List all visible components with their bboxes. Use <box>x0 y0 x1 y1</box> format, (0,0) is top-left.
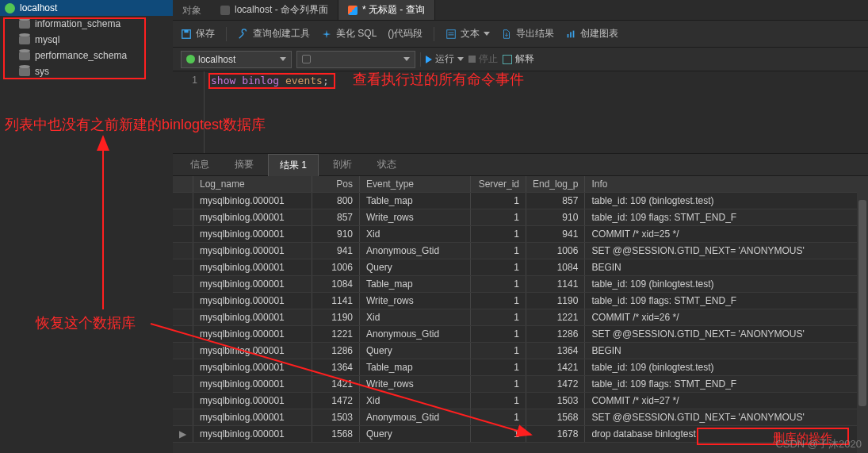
table-row[interactable]: mysqlbinlog.000001857Write_rows1910table… <box>173 209 868 226</box>
cell-pos: 1190 <box>312 309 360 326</box>
cell-info: SET @@SESSION.GTID_NEXT= 'ANONYMOUS' <box>585 243 868 259</box>
save-button[interactable]: 保存 <box>181 27 215 40</box>
cell-logname: mysqlbinlog.000001 <box>193 243 312 259</box>
cell-eventtype: Xid <box>360 226 471 243</box>
chart-label: 创建图表 <box>580 27 618 40</box>
col-endlogpos[interactable]: End_log_p <box>526 176 585 193</box>
cell-info: COMMIT /* xid=27 */ <box>585 393 868 409</box>
row-marker <box>173 243 193 259</box>
cell-serverid: 1 <box>471 293 526 309</box>
row-marker <box>173 226 193 243</box>
cell-pos: 1568 <box>312 426 360 443</box>
table-row[interactable]: mysqlbinlog.0000011472Xid11503COMMIT /* … <box>173 393 868 409</box>
col-logname[interactable]: Log_name <box>193 176 312 193</box>
row-marker <box>173 359 193 376</box>
rtab-info[interactable]: 信息 <box>179 154 220 175</box>
text-icon <box>445 29 457 40</box>
cell-endlogpos: 1568 <box>526 409 585 426</box>
tab-query[interactable]: * 无标题 - 查询 <box>338 0 435 20</box>
chart-button[interactable]: 创建图表 <box>565 27 618 40</box>
snippet-button[interactable]: ()代码段 <box>388 27 423 40</box>
beautify-button[interactable]: 美化 SQL <box>321 27 377 40</box>
cell-serverid: 1 <box>471 259 526 276</box>
col-info[interactable]: Info <box>585 176 868 193</box>
result-table: Log_name Pos Event_type Server_id End_lo… <box>173 176 868 443</box>
tabstrip: 对象 localhost - 命令列界面 * 无标题 - 查询 <box>173 0 868 21</box>
toolbar: 保存 查询创建工具 美化 SQL ()代码段 文本 导出结果 创建图表 <box>173 21 868 48</box>
database-icon <box>302 55 311 63</box>
db-label: sys <box>35 66 49 77</box>
cell-endlogpos: 1006 <box>526 243 585 259</box>
table-row[interactable]: mysqlbinlog.0000011221Anonymous_Gtid1128… <box>173 326 868 343</box>
cell-pos: 1141 <box>312 293 360 309</box>
table-row[interactable]: ▶mysqlbinlog.0000011568Query11678drop da… <box>173 426 868 443</box>
cell-info: table_id: 109 flags: STMT_END_F <box>585 293 868 309</box>
rtab-result1[interactable]: 结果 1 <box>268 154 319 176</box>
run-button[interactable]: 运行 <box>426 52 464 66</box>
col-pos[interactable]: Pos <box>312 176 360 193</box>
text-button[interactable]: 文本 <box>445 27 490 40</box>
explain-icon <box>503 55 512 64</box>
row-marker <box>173 409 193 426</box>
table-row[interactable]: mysqlbinlog.0000011503Anonymous_Gtid1156… <box>173 409 868 426</box>
db-item-sys[interactable]: sys <box>0 63 173 79</box>
cell-serverid: 1 <box>471 243 526 259</box>
query-builder-label: 查询创建工具 <box>253 27 310 40</box>
vertical-scrollbar[interactable] <box>857 176 868 453</box>
table-row[interactable]: mysqlbinlog.0000011286Query11364BEGIN <box>173 343 868 359</box>
cell-eventtype: Query <box>360 343 471 359</box>
cell-pos: 1286 <box>312 343 360 359</box>
result-grid[interactable]: Log_name Pos Event_type Server_id End_lo… <box>173 176 868 453</box>
col-serverid[interactable]: Server_id <box>471 176 526 193</box>
cell-info: SET @@SESSION.GTID_NEXT= 'ANONYMOUS' <box>585 409 868 426</box>
col-eventtype[interactable]: Event_type <box>360 176 471 193</box>
query-builder-button[interactable]: 查询创建工具 <box>238 27 310 40</box>
explain-button[interactable]: 解释 <box>503 52 534 66</box>
combo-value: localhost <box>198 54 235 65</box>
cell-endlogpos: 1503 <box>526 393 585 409</box>
tab-cli[interactable]: localhost - 命令列界面 <box>211 0 338 20</box>
semicolon: ; <box>323 75 329 86</box>
database-combo[interactable] <box>296 51 415 68</box>
table-row[interactable]: mysqlbinlog.000001800Table_map1857table_… <box>173 193 868 209</box>
explain-label: 解释 <box>515 52 534 66</box>
scrollbar-thumb[interactable] <box>858 200 866 406</box>
table-row[interactable]: mysqlbinlog.0000011421Write_rows11472tab… <box>173 376 868 393</box>
cell-pos: 910 <box>312 226 360 243</box>
table-row[interactable]: mysqlbinlog.0000011084Table_map11141tabl… <box>173 276 868 293</box>
db-sidebar: localhost information_schema mysql perfo… <box>0 0 173 453</box>
table-row[interactable]: mysqlbinlog.000001910Xid1941COMMIT /* xi… <box>173 226 868 243</box>
cell-eventtype: Xid <box>360 309 471 326</box>
db-item-mysql[interactable]: mysql <box>0 32 173 48</box>
table-row[interactable]: mysqlbinlog.000001941Anonymous_Gtid11006… <box>173 243 868 259</box>
connection-icon <box>186 55 195 63</box>
table-row[interactable]: mysqlbinlog.0000011190Xid11221COMMIT /* … <box>173 309 868 326</box>
kw-show: show <box>211 75 235 86</box>
table-row[interactable]: mysqlbinlog.0000011006Query11084BEGIN <box>173 259 868 276</box>
chevron-down-icon <box>457 57 464 61</box>
rtab-status[interactable]: 状态 <box>366 154 407 175</box>
cell-logname: mysqlbinlog.000001 <box>193 426 312 443</box>
db-item-information-schema[interactable]: information_schema <box>0 16 173 32</box>
connection-item[interactable]: localhost <box>0 0 173 16</box>
rtab-summary[interactable]: 摘要 <box>224 154 265 175</box>
stop-button[interactable]: 停止 <box>468 52 498 66</box>
cell-logname: mysqlbinlog.000001 <box>193 309 312 326</box>
code-area[interactable]: show binlog events; <box>205 71 335 153</box>
cell-info: table_id: 109 (binlogtest.test) <box>585 359 868 376</box>
svg-rect-7 <box>573 30 575 37</box>
run-label: 运行 <box>435 52 454 66</box>
connection-combo[interactable]: localhost <box>181 51 292 68</box>
table-row[interactable]: mysqlbinlog.0000011364Table_map11421tabl… <box>173 359 868 376</box>
db-item-performance-schema[interactable]: performance_schema <box>0 48 173 63</box>
cell-endlogpos: 1084 <box>526 259 585 276</box>
id-events: events <box>285 75 323 86</box>
objects-label[interactable]: 对象 <box>173 0 211 20</box>
row-marker <box>173 343 193 359</box>
export-button[interactable]: 导出结果 <box>501 27 554 40</box>
rtab-profile[interactable]: 剖析 <box>322 154 363 175</box>
table-row[interactable]: mysqlbinlog.0000011141Write_rows11190tab… <box>173 293 868 309</box>
cell-info: table_id: 109 (binlogtest.test) <box>585 193 868 209</box>
sql-editor[interactable]: 1 show binlog events; <box>173 71 868 154</box>
row-marker <box>173 276 193 293</box>
